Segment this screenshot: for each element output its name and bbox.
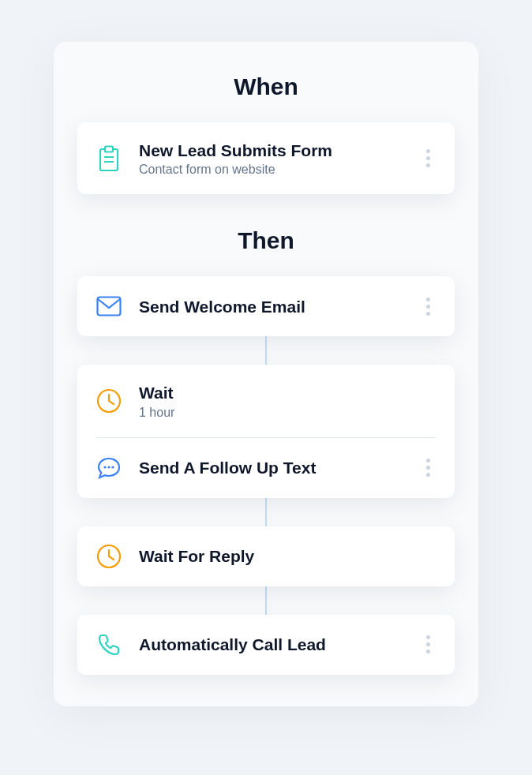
clipboard-icon (96, 146, 122, 171)
workflow-panel: When New Lead Submits Form Contact form … (54, 42, 478, 706)
call-lead-menu-icon[interactable] (420, 635, 436, 654)
wait-title: Wait (139, 382, 436, 403)
trigger-title: New Lead Submits Form (139, 140, 420, 161)
connector-line (265, 586, 267, 615)
followup-text-content: Send A Follow Up Text (139, 457, 420, 478)
send-email-menu-icon[interactable] (420, 297, 436, 316)
svg-point-8 (111, 466, 114, 468)
email-icon (96, 294, 122, 319)
phone-icon (96, 632, 122, 657)
trigger-subtitle: Contact form on website (139, 163, 420, 177)
send-email-content: Send Welcome Email (139, 296, 420, 317)
wait-reply-content: Wait For Reply (139, 545, 436, 567)
when-header: When (77, 73, 455, 100)
wait-reply-title: Wait For Reply (139, 545, 436, 567)
call-lead-content: Automatically Call Lead (139, 634, 420, 655)
send-email-title: Send Welcome Email (139, 296, 420, 317)
wait-row[interactable]: Wait 1 hour (77, 365, 455, 436)
trigger-menu-icon[interactable] (420, 149, 436, 168)
wait-reply-card[interactable]: Wait For Reply (77, 526, 455, 586)
send-email-card[interactable]: Send Welcome Email (77, 276, 455, 336)
call-lead-title: Automatically Call Lead (139, 634, 420, 655)
svg-rect-4 (98, 298, 121, 316)
clock-icon (96, 544, 122, 569)
followup-text-row[interactable]: Send A Follow Up Text (77, 438, 455, 498)
connector-line (265, 336, 267, 365)
svg-rect-1 (105, 146, 113, 152)
svg-point-7 (107, 466, 110, 468)
then-header: Then (77, 227, 455, 254)
followup-text-menu-icon[interactable] (420, 459, 436, 477)
trigger-card[interactable]: New Lead Submits Form Contact form on we… (77, 122, 455, 194)
message-icon (96, 455, 122, 481)
wait-content: Wait 1 hour (139, 382, 436, 419)
svg-point-6 (103, 466, 106, 468)
call-lead-card[interactable]: Automatically Call Lead (77, 615, 455, 675)
trigger-content: New Lead Submits Form Contact form on we… (139, 140, 420, 177)
connector-line (265, 498, 267, 526)
wait-followup-card: Wait 1 hour Send A Follow Up Text (77, 365, 455, 497)
clock-icon (96, 388, 122, 414)
followup-text-title: Send A Follow Up Text (139, 457, 420, 478)
wait-subtitle: 1 hour (139, 406, 436, 420)
